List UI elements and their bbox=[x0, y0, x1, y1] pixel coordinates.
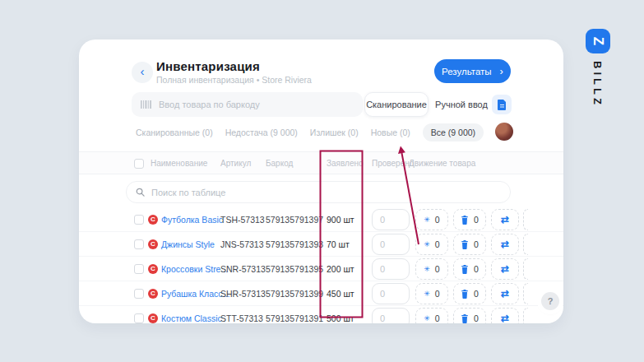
column-header: Движение товара bbox=[409, 159, 475, 168]
product-sku: SNR-57313 bbox=[220, 264, 266, 274]
clipped-next-column bbox=[523, 209, 528, 230]
product-name-link[interactable]: Рубашка Класс... bbox=[161, 289, 229, 299]
column-header: Артикул bbox=[220, 159, 251, 168]
row-checkbox[interactable] bbox=[134, 215, 144, 225]
writeoff-count-button[interactable]: 0 bbox=[453, 209, 486, 230]
trash-icon bbox=[461, 216, 469, 225]
defect-count: 0 bbox=[435, 289, 440, 299]
transfer-icon: ⇄ bbox=[501, 313, 509, 323]
row-checkbox[interactable] bbox=[134, 289, 144, 299]
product-barcode: 579135791395 bbox=[266, 264, 323, 274]
row-checkbox[interactable] bbox=[134, 239, 144, 249]
product-name-link[interactable]: Кроссовки Stre... bbox=[161, 264, 228, 274]
table-row: C Рубашка Класс... SHR-57313 57913579139… bbox=[79, 281, 563, 306]
defect-icon: ✳ bbox=[424, 241, 430, 248]
writeoff-count-button[interactable]: 0 bbox=[453, 234, 486, 255]
defect-count: 0 bbox=[435, 239, 440, 249]
writeoff-count: 0 bbox=[474, 289, 479, 299]
product-name-link[interactable]: Костюм Classic bbox=[161, 313, 222, 323]
defect-count-button[interactable]: ✳ 0 bbox=[415, 209, 448, 230]
table-row: C Футболка Basic TSH-57313 579135791397 … bbox=[79, 207, 563, 232]
table-search-placeholder: Поиск по таблице bbox=[151, 188, 225, 197]
filter-tab[interactable]: Недостача (9 000) bbox=[225, 128, 298, 137]
writeoff-count: 0 bbox=[474, 313, 479, 323]
product-barcode: 579135791399 bbox=[266, 289, 323, 299]
trash-icon bbox=[461, 265, 469, 274]
checked-qty-input[interactable] bbox=[372, 283, 410, 304]
product-sku: TSH-57313 bbox=[220, 215, 265, 225]
product-barcode: 579135791391 bbox=[266, 313, 323, 323]
column-header: Наименование bbox=[151, 159, 207, 168]
filter-tabs: Сканированные (0)Недостача (9 000)Излише… bbox=[136, 123, 484, 142]
clipped-next-column bbox=[523, 308, 528, 323]
checked-qty-input[interactable] bbox=[372, 209, 410, 230]
checked-qty-input[interactable] bbox=[372, 258, 410, 280]
clipped-next-column bbox=[523, 234, 528, 255]
checked-qty-input[interactable] bbox=[372, 308, 410, 323]
barcode-input[interactable]: Ввод товара по баркоду bbox=[132, 92, 363, 117]
writeoff-count-button[interactable]: 0 bbox=[453, 283, 486, 304]
column-header: Проверено bbox=[372, 159, 414, 168]
brand-name: BILLZ bbox=[592, 61, 605, 108]
trash-icon bbox=[461, 314, 469, 323]
product-badge-icon: C bbox=[148, 215, 158, 225]
claimed-qty: 70 шт bbox=[327, 239, 350, 249]
defect-count-button[interactable]: ✳ 0 bbox=[415, 234, 448, 255]
row-checkbox[interactable] bbox=[134, 264, 144, 274]
filter-tab[interactable]: Сканированные (0) bbox=[136, 128, 213, 137]
product-barcode: 579135791393 bbox=[266, 239, 323, 249]
results-button[interactable]: Результаты › bbox=[434, 59, 511, 83]
claimed-qty: 500 шт bbox=[327, 313, 354, 323]
checked-qty-input[interactable] bbox=[372, 234, 410, 255]
page-subtitle: Полная инвентаризация • Store Riviera bbox=[156, 75, 312, 85]
transfer-button[interactable]: ⇄ bbox=[491, 283, 519, 304]
trash-icon bbox=[461, 240, 469, 249]
transfer-icon: ⇄ bbox=[501, 239, 509, 249]
product-sku: SHR-57313 bbox=[220, 289, 266, 299]
writeoff-count-button[interactable]: 0 bbox=[453, 258, 486, 280]
transfer-button[interactable]: ⇄ bbox=[491, 258, 519, 280]
avatar[interactable] bbox=[495, 123, 513, 141]
barcode-icon bbox=[141, 100, 152, 109]
defect-icon: ✳ bbox=[424, 290, 430, 298]
search-icon bbox=[136, 188, 145, 197]
transfer-icon: ⇄ bbox=[501, 289, 509, 299]
writeoff-count: 0 bbox=[474, 215, 479, 225]
defect-count: 0 bbox=[435, 313, 440, 323]
defect-count-button[interactable]: ✳ 0 bbox=[415, 283, 448, 304]
defect-count: 0 bbox=[435, 264, 440, 274]
transfer-button[interactable]: ⇄ bbox=[491, 209, 519, 230]
defect-count-button[interactable]: ✳ 0 bbox=[415, 308, 448, 323]
product-badge-icon: C bbox=[148, 313, 158, 323]
select-all-checkbox[interactable] bbox=[134, 159, 144, 169]
writeoff-count-button[interactable]: 0 bbox=[453, 308, 486, 323]
defect-count: 0 bbox=[435, 215, 440, 225]
clipped-next-column bbox=[523, 258, 528, 280]
filter-tab[interactable]: Излишек (0) bbox=[310, 128, 359, 137]
trash-icon bbox=[461, 290, 469, 299]
help-button[interactable]: ? bbox=[541, 292, 559, 310]
product-badge-icon: C bbox=[148, 239, 158, 249]
defect-count-button[interactable]: ✳ 0 bbox=[415, 258, 448, 280]
table-search-input[interactable]: Поиск по таблице bbox=[126, 181, 511, 203]
import-file-button[interactable] bbox=[492, 95, 512, 114]
product-name-link[interactable]: Футболка Basic bbox=[161, 215, 223, 225]
filter-tab[interactable]: Новые (0) bbox=[371, 128, 410, 137]
table-row: C Джинсы Style JNS-57313 579135791393 70… bbox=[79, 232, 563, 257]
table-row: C Кроссовки Stre... SNR-57313 5791357913… bbox=[79, 257, 563, 281]
transfer-button[interactable]: ⇄ bbox=[491, 308, 519, 323]
back-button[interactable]: ‹ bbox=[132, 62, 153, 83]
barcode-input-placeholder: Ввод товара по баркоду bbox=[159, 100, 260, 109]
row-checkbox[interactable] bbox=[134, 313, 144, 323]
file-icon bbox=[498, 100, 507, 110]
writeoff-count: 0 bbox=[474, 239, 479, 249]
manual-entry-button[interactable]: Ручной ввод bbox=[433, 92, 490, 117]
product-name-link[interactable]: Джинсы Style bbox=[161, 239, 215, 249]
back-icon: ‹ bbox=[141, 64, 145, 78]
scan-mode-button[interactable]: Сканирование bbox=[364, 92, 429, 117]
table-row: C Костюм Classic STT-57313 579135791391 … bbox=[79, 306, 563, 323]
product-sku: STT-57313 bbox=[220, 313, 263, 323]
product-badge-icon: C bbox=[148, 264, 158, 274]
transfer-button[interactable]: ⇄ bbox=[491, 234, 519, 255]
filter-tab[interactable]: Все (9 000) bbox=[423, 123, 484, 142]
